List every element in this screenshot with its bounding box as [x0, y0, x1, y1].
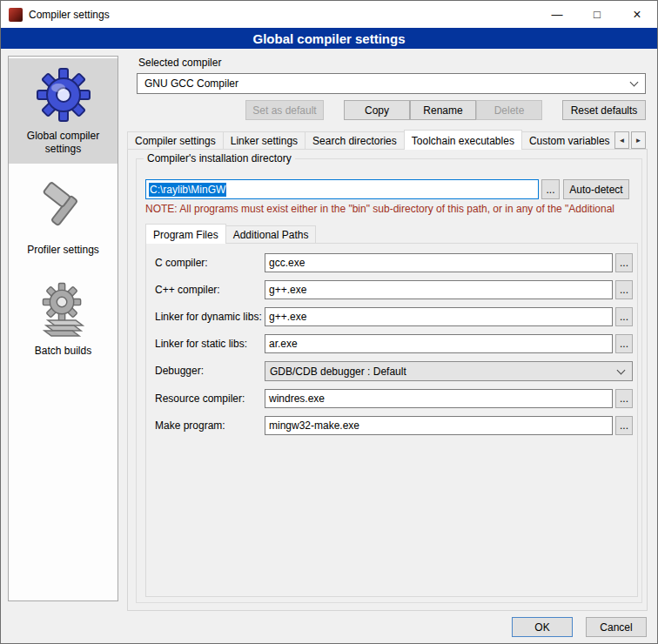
- compiler-settings-window: Compiler settings — □ × Global compiler …: [0, 0, 658, 644]
- sidebar-item-profiler-settings[interactable]: Profiler settings: [9, 172, 118, 265]
- sidebar-item-label: Batch builds: [35, 345, 91, 358]
- sidebar-item-global-compiler-settings[interactable]: Global compiler settings: [9, 58, 118, 164]
- caption-buttons: — □ ×: [537, 1, 657, 28]
- profiler-tool-icon: [36, 181, 91, 237]
- window-title: Compiler settings: [29, 9, 110, 21]
- install-dir-note: NOTE: All programs must exist either in …: [145, 203, 637, 215]
- copy-button[interactable]: Copy: [344, 100, 410, 120]
- delete-button[interactable]: Delete: [476, 100, 542, 120]
- cpp-compiler-label: C++ compiler:: [155, 280, 220, 299]
- resource-compiler-browse-button[interactable]: ...: [615, 389, 633, 408]
- minimize-button[interactable]: —: [537, 1, 577, 28]
- install-dir-selected-text: C:\raylib\MinGW: [149, 183, 226, 197]
- c-compiler-input[interactable]: gcc.exe: [265, 253, 613, 272]
- rename-button[interactable]: Rename: [410, 100, 476, 120]
- linker-dynamic-label: Linker for dynamic libs:: [155, 307, 262, 326]
- linker-static-label: Linker for static libs:: [155, 334, 247, 353]
- debugger-label: Debugger:: [155, 361, 204, 380]
- maximize-button[interactable]: □: [577, 1, 617, 28]
- program-files-page: C compiler: gcc.exe ... C++ compiler: g+…: [145, 243, 638, 597]
- tab-scroll-left-icon[interactable]: ◄: [614, 131, 629, 149]
- set-as-default-button[interactable]: Set as default: [245, 100, 324, 120]
- auto-detect-button[interactable]: Auto-detect: [563, 179, 629, 199]
- linker-static-browse-button[interactable]: ...: [615, 334, 633, 353]
- sidebar-item-label: Profiler settings: [27, 244, 99, 257]
- tab-custom-variables[interactable]: Custom variables: [521, 131, 614, 150]
- linker-static-input[interactable]: ar.exe: [265, 334, 613, 353]
- tab-linker-settings[interactable]: Linker settings: [223, 131, 306, 150]
- selected-compiler-value: GNU GCC Compiler: [144, 77, 238, 90]
- settings-category-list: Global compiler settings Profiler settin…: [8, 56, 118, 601]
- c-compiler-label: C compiler:: [155, 253, 208, 272]
- install-dir-browse-button[interactable]: ...: [541, 179, 560, 199]
- selected-compiler-dropdown[interactable]: GNU GCC Compiler: [137, 73, 646, 94]
- reset-defaults-button[interactable]: Reset defaults: [562, 100, 646, 120]
- close-button[interactable]: ×: [617, 1, 657, 28]
- tab-compiler-settings[interactable]: Compiler settings: [127, 131, 224, 150]
- linker-dynamic-browse-button[interactable]: ...: [615, 307, 633, 326]
- cpp-compiler-browse-button[interactable]: ...: [615, 280, 633, 299]
- tab-scroll-right-icon[interactable]: ►: [631, 131, 646, 149]
- resource-compiler-input[interactable]: windres.exe: [265, 389, 613, 408]
- resource-compiler-label: Resource compiler:: [155, 389, 245, 408]
- chevron-down-icon: [630, 78, 639, 87]
- app-icon: [9, 8, 23, 22]
- gear-icon: [36, 67, 91, 123]
- sidebar-item-batch-builds[interactable]: Batch builds: [9, 273, 118, 366]
- chevron-down-icon: [617, 366, 626, 374]
- debugger-dropdown[interactable]: GDB/CDB debugger : Default: [265, 361, 633, 381]
- ok-button[interactable]: OK: [512, 617, 573, 637]
- titlebar: Compiler settings — □ ×: [1, 1, 657, 28]
- cpp-compiler-input[interactable]: g++.exe: [265, 280, 613, 299]
- selected-compiler-label: Selected compiler: [138, 57, 221, 69]
- debugger-value: GDB/CDB debugger : Default: [270, 366, 406, 378]
- tab-search-directories[interactable]: Search directories: [305, 131, 405, 150]
- tab-program-files[interactable]: Program Files: [145, 224, 226, 244]
- tab-toolchain-executables[interactable]: Toolchain executables: [404, 130, 522, 150]
- make-program-input[interactable]: mingw32-make.exe: [265, 416, 613, 435]
- sidebar-item-label: Global compiler settings: [11, 130, 115, 156]
- programs-tab-strip: Program Files Additional Paths: [145, 224, 315, 244]
- c-compiler-browse-button[interactable]: ...: [615, 253, 633, 272]
- make-program-browse-button[interactable]: ...: [615, 416, 633, 435]
- batch-gears-icon: [36, 282, 91, 338]
- tab-additional-paths[interactable]: Additional Paths: [225, 225, 317, 244]
- settings-tab-strip: Compiler settings Linker settings Search…: [127, 130, 614, 150]
- installation-directory-legend: Compiler's installation directory: [144, 152, 295, 164]
- cancel-button[interactable]: Cancel: [586, 617, 647, 637]
- make-program-label: Make program:: [155, 416, 225, 435]
- install-dir-input[interactable]: C:\raylib\MinGW: [145, 179, 539, 199]
- dialog-header: Global compiler settings: [1, 28, 657, 49]
- linker-dynamic-input[interactable]: g++.exe: [265, 307, 613, 326]
